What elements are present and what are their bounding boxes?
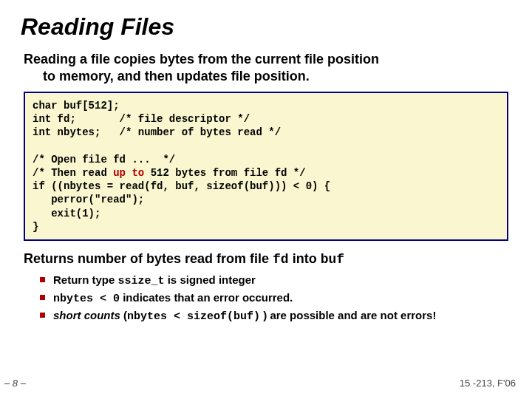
bullet-text: ) are possible and are not errors! <box>260 309 436 321</box>
subtitle-line-1: Reading a file copies bytes from the cur… <box>24 52 379 66</box>
code-line: perror("read"); <box>33 194 144 205</box>
code-block: char buf[512]; int fd; /* file descripto… <box>24 92 508 241</box>
code-line: } <box>33 221 38 233</box>
code-emphasis: up to <box>113 167 144 179</box>
list-item: nbytes < 0 indicates that an error occur… <box>53 290 511 307</box>
bullet-text: indicates that an error occurred. <box>120 291 293 304</box>
slide-title: Reading Files <box>21 13 511 41</box>
code-line: int nbytes; /* number of bytes read */ <box>33 126 281 138</box>
bullet-em: short counts <box>53 309 120 321</box>
slide-subtitle: Reading a file copies bytes from the cur… <box>21 51 511 84</box>
page-number: – 8 – <box>4 378 26 389</box>
bullet-mono: nbytes < sizeof(buf) <box>127 310 260 323</box>
subtitle-line-2: to memory, and then updates file positio… <box>24 68 511 85</box>
list-item: Return type ssize_t is signed integer <box>53 273 511 289</box>
code-line: char buf[512]; <box>33 100 120 112</box>
bullet-text: ( <box>120 309 127 321</box>
code-line: /* Open file fd ... */ <box>33 154 175 166</box>
code-line: int fd; /* file descriptor */ <box>33 113 250 125</box>
bullet-mono: nbytes < 0 <box>53 293 120 305</box>
bullet-text: Return type <box>53 273 118 286</box>
bullet-list: Return type ssize_t is signed integer nb… <box>21 273 511 325</box>
returns-buf: buf <box>321 252 344 267</box>
list-item: short counts (nbytes < sizeof(buf) ) are… <box>53 308 511 324</box>
returns-text: Returns number of bytes read from file f… <box>21 251 511 267</box>
code-line: 512 bytes from file fd */ <box>144 167 305 179</box>
bullet-text: is signed integer <box>165 273 256 286</box>
returns-part: into <box>289 251 321 266</box>
returns-fd: fd <box>273 252 289 267</box>
bullet-mono: ssize_t <box>118 275 165 287</box>
footer-course: 15 -213, F'06 <box>460 378 516 389</box>
code-line: exit(1); <box>33 208 100 219</box>
returns-part: Returns number of bytes read from file <box>24 251 273 266</box>
code-line: /* Then read <box>33 167 113 179</box>
code-line: if ((nbytes = read(fd, buf, sizeof(buf))… <box>33 180 330 192</box>
